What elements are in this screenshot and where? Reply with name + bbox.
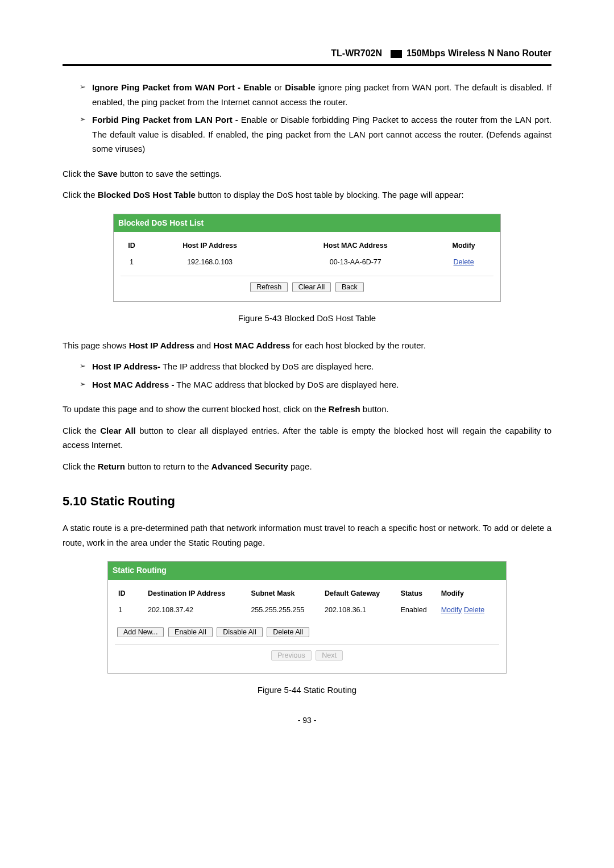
figure-2-caption: Figure 5-44 Static Routing — [63, 683, 551, 697]
header-model: TL-WR702N — [331, 48, 385, 58]
figure-1-caption: Figure 5-43 Blocked DoS Host Table — [63, 311, 551, 326]
paragraph-return: Click the Return button to return to the… — [63, 459, 551, 474]
static-routing-table: ID Destination IP Address Subnet Mask De… — [115, 585, 499, 618]
enable-all-button[interactable]: Enable All — [168, 627, 213, 637]
paragraph-refresh: To update this page and to show the curr… — [63, 402, 551, 417]
col-modify: Modify — [434, 238, 493, 254]
col-mac: Host MAC Address — [277, 238, 434, 254]
page-header: TL-WR702N 150Mbps Wireless N Nano Router — [63, 45, 551, 66]
delete-link[interactable]: Delete — [464, 606, 484, 614]
header-divider — [391, 50, 402, 58]
paragraph-shows: This page shows Host IP Address and Host… — [63, 338, 551, 353]
clear-all-button[interactable]: Clear All — [292, 282, 331, 292]
bullet-item: Ignore Ping Packet from WAN Port - Enabl… — [80, 80, 551, 109]
bullet-item: Host IP Address- The IP address that blo… — [80, 359, 551, 374]
header-desc: 150Mbps Wireless N Nano Router — [406, 48, 551, 58]
panel-title: Static Routing — [108, 562, 506, 580]
mid-bullet-list: Host IP Address- The IP address that blo… — [63, 359, 551, 392]
button-row: Refresh Clear All Back — [121, 276, 493, 293]
blocked-dos-panel: Blocked DoS Host List ID Host IP Address… — [113, 214, 501, 302]
modify-link[interactable]: Modify — [441, 606, 462, 614]
cell-status: Enabled — [397, 603, 438, 618]
button-row: Add New... Enable All Disable All Delete… — [116, 626, 499, 638]
section-heading: 5.10 Static Routing — [63, 491, 551, 512]
cell-dest: 202.108.37.42 — [144, 603, 247, 618]
bullet-bold: Forbid Ping Packet from LAN Port - — [92, 115, 238, 124]
bullet-bold: Ignore Ping Packet from WAN Port - Enabl… — [92, 82, 271, 92]
previous-button: Previous — [271, 650, 312, 661]
cell-gw: 202.108.36.1 — [321, 603, 397, 618]
section-number: 5.10 — [63, 494, 87, 508]
col-mask: Subnet Mask — [247, 585, 321, 602]
col-ip: Host IP Address — [143, 238, 277, 254]
delete-link[interactable]: Delete — [454, 258, 474, 266]
panel-title: Blocked DoS Host List — [114, 214, 500, 232]
table-row: 1 192.168.0.103 00-13-AA-6D-77 Delete — [121, 255, 493, 270]
col-id: ID — [115, 585, 144, 602]
col-dest: Destination IP Address — [144, 585, 247, 602]
table-row: 1 202.108.37.42 255.255.255.255 202.108.… — [115, 603, 499, 618]
page-number: - 93 - — [63, 714, 551, 728]
col-modify: Modify — [438, 585, 499, 602]
col-gw: Default Gateway — [321, 585, 397, 602]
bullet-text: The IP address that blocked by DoS are d… — [160, 362, 374, 371]
cell-mac: 00-13-AA-6D-77 — [277, 255, 434, 270]
cell-ip: 192.168.0.103 — [143, 255, 277, 270]
paragraph-clear: Click the Clear All button to clear all … — [63, 423, 551, 452]
col-status: Status — [397, 585, 438, 602]
figure-2-wrap: Static Routing ID Destination IP Address… — [63, 561, 551, 673]
figure-1-wrap: Blocked DoS Host List ID Host IP Address… — [63, 214, 551, 302]
paragraph-blocked: Click the Blocked DoS Host Table button … — [63, 188, 551, 202]
bullet-bold: Host MAC Address - — [92, 380, 174, 389]
panel-body: ID Host IP Address Host MAC Address Modi… — [114, 232, 500, 301]
add-new-button[interactable]: Add New... — [117, 627, 164, 637]
dos-table: ID Host IP Address Host MAC Address Modi… — [121, 238, 493, 270]
static-routing-panel: Static Routing ID Destination IP Address… — [107, 561, 507, 673]
section-title: Static Routing — [90, 494, 175, 508]
bullet-bold: Host IP Address- — [92, 362, 160, 371]
table-header-row: ID Host IP Address Host MAC Address Modi… — [121, 238, 493, 254]
panel-body: ID Destination IP Address Subnet Mask De… — [108, 580, 506, 673]
disable-all-button[interactable]: Disable All — [217, 627, 262, 637]
col-id: ID — [121, 238, 143, 254]
next-button: Next — [316, 650, 343, 661]
bullet-item: Host MAC Address - The MAC address that … — [80, 377, 551, 392]
table-header-row: ID Destination IP Address Subnet Mask De… — [115, 585, 499, 602]
delete-all-button[interactable]: Delete All — [267, 627, 309, 637]
cell-mask: 255.255.255.255 — [247, 603, 321, 618]
refresh-button[interactable]: Refresh — [250, 282, 288, 292]
pager-row: Previous Next — [115, 644, 499, 665]
paragraph-save: Click the Save button to save the settin… — [63, 167, 551, 181]
back-button[interactable]: Back — [335, 282, 364, 292]
cell-id: 1 — [121, 255, 143, 270]
bullet-text: The MAC address that blocked by DoS are … — [174, 380, 399, 389]
top-bullet-list: Ignore Ping Packet from WAN Port - Enabl… — [63, 80, 551, 156]
cell-id: 1 — [115, 603, 144, 618]
paragraph-static: A static route is a pre-determined path … — [63, 521, 551, 550]
bullet-item: Forbid Ping Packet from LAN Port - Enabl… — [80, 113, 551, 156]
